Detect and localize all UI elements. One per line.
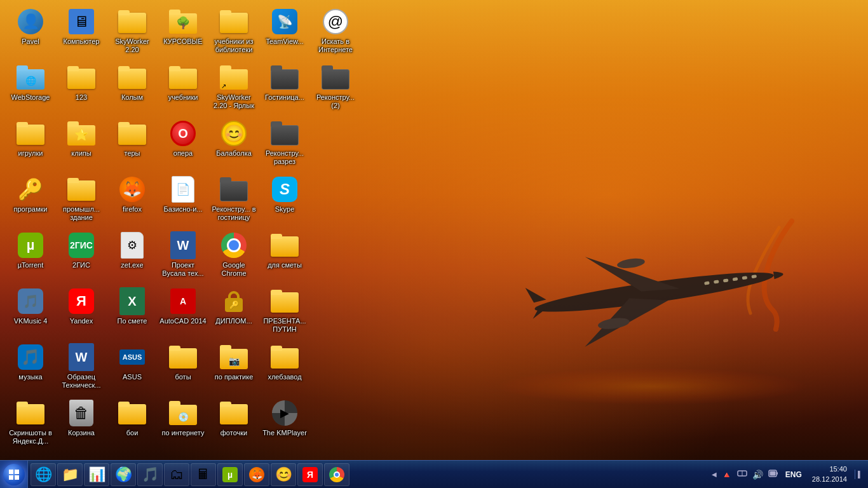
- desktop-icon-bazisno[interactable]: 📄Базисно-и...: [158, 173, 208, 229]
- tray-icon-battery[interactable]: [766, 468, 780, 481]
- desktop-icon-dlya-smety[interactable]: для сметы: [259, 229, 310, 285]
- icon-label-teamviewer: TeamView...: [266, 37, 303, 46]
- desktop-icon-rekonstrukciya-gost[interactable]: Реконстру... в гостиницу: [208, 173, 259, 229]
- desktop-icon-webstorage[interactable]: 🌐WebStorage: [5, 61, 56, 117]
- desktop-icon-gostinica-folder[interactable]: Гостиница...: [259, 61, 310, 117]
- icon-label-po-smete: По смете: [118, 317, 147, 325]
- desktop-icon-po-internetu[interactable]: 💿по интернету: [158, 396, 208, 452]
- taskbar-item-tb-calculator[interactable]: 🖩: [191, 463, 216, 486]
- icon-image-po-praktike: 📷: [220, 343, 248, 371]
- icon-label-dlya-smety: для сметы: [268, 261, 302, 269]
- icon-image-diplom: 🔑: [220, 287, 248, 315]
- desktop-icon-autocad[interactable]: AAutoCAD 2014: [158, 285, 208, 341]
- desktop-icon-klipy[interactable]: ⭐клипы: [56, 117, 107, 173]
- desktop-icon-igrushki[interactable]: игрулки: [5, 117, 56, 173]
- taskbar-item-tb-firefox[interactable]: 🦊: [244, 463, 269, 486]
- desktop-icon-asus[interactable]: ASUSASUS: [107, 341, 158, 396]
- desktop-icon-iskat[interactable]: @Искать в Интернете: [310, 5, 361, 61]
- icon-label-gostinica-folder: Гостиница...: [265, 93, 304, 102]
- desktop-icon-muzyka[interactable]: 🎵музыка: [5, 341, 56, 396]
- desktop-icon-korzina[interactable]: 🗑Корзина: [56, 396, 107, 452]
- taskbar-item-tb-utorrent[interactable]: µ: [217, 463, 243, 486]
- desktop-icon-skrinshoty[interactable]: Скриншоты в Яндекс.Д...: [5, 396, 56, 452]
- taskbar-item-tb-chrome[interactable]: [324, 463, 349, 486]
- desktop-icon-kolym[interactable]: Колым: [107, 61, 158, 117]
- desktop-icon-tery[interactable]: теры: [107, 117, 158, 173]
- desktop-icon-utorrent[interactable]: µµTorrent: [5, 229, 56, 285]
- system-clock[interactable]: 15:40 28.12.2014: [807, 464, 852, 484]
- tray-icon-network[interactable]: [735, 467, 749, 482]
- desktop-icon-uchebniki[interactable]: учебники: [158, 61, 208, 117]
- taskbar-item-tb-folder[interactable]: 🗂: [164, 463, 189, 486]
- desktop-icon-boty[interactable]: боты: [158, 341, 208, 396]
- desktop-icon-skyworker-yarl[interactable]: ↗SkyWorker 2.20 - Ярлык: [208, 61, 259, 117]
- desktop-icon-chrome[interactable]: Google Chrome: [208, 229, 259, 285]
- icon-label-muzyka: музыка: [18, 373, 42, 381]
- desktop-icon-rekonstrukciya-razrez[interactable]: Реконстру... разрез: [259, 117, 310, 173]
- desktop-icon-boi[interactable]: бои: [107, 396, 158, 452]
- desktop-icons-grid: 👤Pavel🌐WebStorageигрулки🔑програмкиµµTorr…: [5, 5, 386, 463]
- desktop-icon-fotochki[interactable]: фоточки: [208, 396, 259, 452]
- desktop-icon-prezenta-putin[interactable]: ПРЕЗЕНТА... ПУТИН: [259, 285, 310, 341]
- icon-image-zet: ⚙: [118, 231, 146, 259]
- svg-point-0: [493, 367, 811, 405]
- desktop-icon-2gis[interactable]: 2ГИС2ГИС: [56, 229, 107, 285]
- taskbar-item-tb-explorer[interactable]: 📁: [57, 463, 83, 486]
- icon-label-rekonstrukciya-2: Реконстру... (2): [311, 93, 360, 110]
- icon-image-programki: 🔑: [17, 175, 44, 203]
- desktop-icon-zet[interactable]: ⚙zet.exe: [107, 229, 158, 285]
- airplane-decoration: [487, 170, 817, 412]
- desktop-icon-opera[interactable]: Oопера: [158, 117, 208, 173]
- taskbar-item-tb-music[interactable]: 🎵: [137, 463, 163, 486]
- taskbar-icon-tb-folder: 🗂: [168, 466, 185, 483]
- desktop-icon-pavel[interactable]: 👤Pavel: [5, 5, 56, 61]
- desktop-icon-balabolka[interactable]: 😊Балаболка: [208, 117, 259, 173]
- desktop-icon-diplom[interactable]: 🔑ДИПЛОМ...: [208, 285, 259, 341]
- taskbar-item-tb-network[interactable]: 🌍: [111, 463, 136, 486]
- icon-image-tery: [118, 119, 146, 147]
- desktop-icon-firefox[interactable]: 🦊firefox: [107, 173, 158, 229]
- desktop-icon-uchebniki-bib[interactable]: учебники из библиотеки: [208, 5, 259, 61]
- icon-label-diplom: ДИПЛОМ...: [215, 317, 252, 325]
- tray-expand-arrow[interactable]: ◀: [710, 471, 718, 478]
- icon-label-korzina: Корзина: [68, 429, 95, 437]
- icon-image-chrome: [220, 231, 248, 259]
- desktop-icon-rekonstrukciya-2[interactable]: Реконстру... (2): [310, 61, 361, 117]
- desktop-icon-obrazec[interactable]: WОбразец Техническ...: [56, 341, 107, 396]
- icon-label-hlebzavod: хлебзавод: [268, 373, 301, 381]
- taskbar-icon-tb-chrome: [329, 466, 345, 483]
- desktop-icon-promyshl[interactable]: промышл... здание: [56, 173, 107, 229]
- icon-label-kompyuter: Компьютер: [64, 37, 100, 46]
- desktop-icon-kmplayer[interactable]: ▶The KMPlayer: [259, 396, 310, 452]
- desktop-icon-kompyuter[interactable]: 🖥Компьютер: [56, 5, 107, 61]
- icon-image-dlya-smety: [271, 231, 299, 259]
- desktop-icon-vkmusic[interactable]: 🎵VKMusic 4: [5, 285, 56, 341]
- desktop-icon-programki[interactable]: 🔑програмки: [5, 173, 56, 229]
- taskbar-icon-tb-utorrent: µ: [222, 466, 238, 483]
- icon-image-kolym: [118, 64, 146, 92]
- icon-label-klipy: клипы: [71, 149, 91, 158]
- taskbar-item-tb-chart[interactable]: 📊: [84, 463, 109, 486]
- tray-icon-volume[interactable]: 🔊: [750, 468, 765, 481]
- icon-label-pavel: Pavel: [22, 37, 39, 46]
- taskbar-item-tb-globe[interactable]: 🌐: [31, 463, 56, 486]
- start-button[interactable]: [0, 461, 28, 489]
- desktop-icon-skyworker220[interactable]: SkyWorker 2.20: [107, 5, 158, 61]
- desktop-icon-123[interactable]: 123: [56, 61, 107, 117]
- desktop-icon-skype[interactable]: SSkype: [259, 173, 310, 229]
- show-desktop-button[interactable]: ▌: [855, 470, 864, 479]
- taskbar-item-tb-yandex[interactable]: Я: [297, 463, 323, 486]
- desktop-icon-proekt[interactable]: WПроект Вусала тех...: [158, 229, 208, 285]
- tray-icon-1[interactable]: 🔺: [719, 468, 734, 481]
- desktop-icon-kursovye[interactable]: 🌳КУРСОВЫЕ: [158, 5, 208, 61]
- desktop-icon-po-praktike[interactable]: 📷по практике: [208, 341, 259, 396]
- desktop-icon-po-smete[interactable]: XПо смете: [107, 285, 158, 341]
- taskbar-icon-tb-firefox: 🦊: [248, 466, 265, 483]
- desktop-icon-hlebzavod[interactable]: хлебзавод: [259, 341, 310, 396]
- language-indicator[interactable]: ENG: [783, 470, 804, 479]
- taskbar-item-tb-smiley[interactable]: 😊: [271, 463, 296, 486]
- system-tray: ◀ 🔺 🔊: [710, 467, 780, 482]
- desktop-icon-yandex[interactable]: ЯYandex: [56, 285, 107, 341]
- desktop-icon-teamviewer[interactable]: 📡TeamView...: [259, 5, 310, 61]
- taskbar: 🌐📁📊🌍🎵🗂🖩µ🦊😊Я ◀ 🔺 🔊 ENG 15:40 28.12.2014 ▌: [0, 460, 868, 488]
